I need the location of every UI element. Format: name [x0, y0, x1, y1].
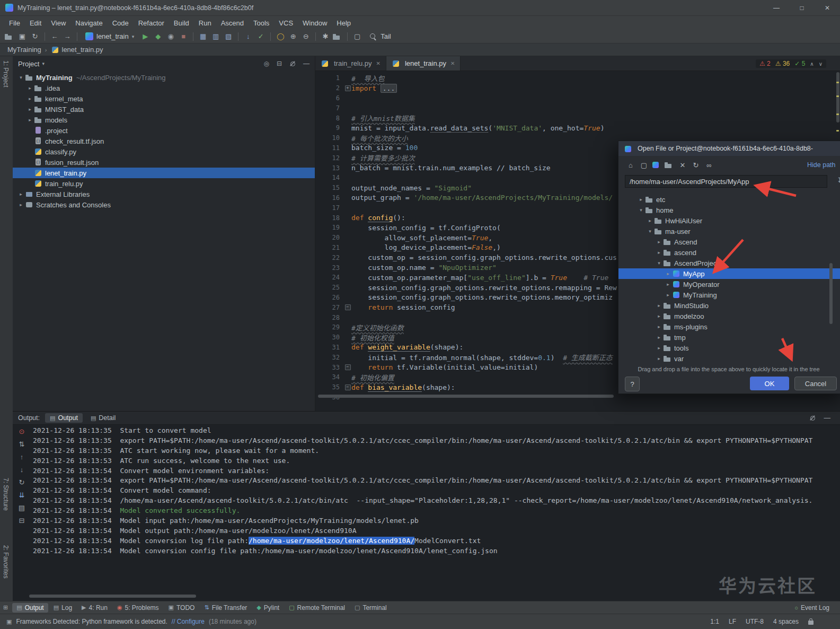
log-line[interactable]: 2021-12-26 18:13:54 Convert model enviro… [33, 466, 840, 476]
zoom-in-icon[interactable]: ⊕ [287, 31, 299, 42]
gear-icon[interactable] [289, 60, 296, 67]
chevron-right-icon[interactable]: ▸ [664, 292, 672, 298]
project-item-train-relu-py[interactable]: train_relu.py [13, 178, 315, 189]
output-horizontal-scrollbar[interactable] [29, 595, 196, 598]
chevron-right-icon[interactable]: ▸ [26, 117, 34, 123]
log-line[interactable]: 2021-12-26 18:13:35 export PATH=$PATH:/h… [33, 435, 840, 445]
code-line[interactable]: 8# 引入mnist数据集 [315, 113, 840, 123]
chevron-right-icon[interactable]: ▸ [17, 191, 25, 197]
monitor-icon[interactable]: ▢ [351, 31, 363, 42]
prev-message-icon[interactable]: ↑ [20, 453, 24, 461]
rerun-icon[interactable]: ↻ [19, 478, 25, 486]
dialog-item-ms-plugins[interactable]: ▸ms-plugins [618, 321, 840, 332]
log-line[interactable]: 2021-12-26 18:13:54 Convert model comman… [33, 485, 840, 495]
minimize-icon[interactable]: — [764, 0, 789, 16]
code-line[interactable]: 7 [315, 103, 840, 113]
chevron-down-icon[interactable]: ▾ [42, 61, 45, 66]
code-line[interactable]: 1# 导入包 [315, 73, 840, 83]
menu-tools[interactable]: Tools [249, 18, 274, 28]
wrench-icon[interactable]: ✱ [320, 31, 331, 42]
breadcrumb-item-lenet-train-py[interactable]: lenet_train.py [51, 46, 103, 54]
code-line[interactable]: 2+import ... [315, 83, 840, 93]
project-item-scratches-and-consoles[interactable]: ▸Scratches and Consoles [13, 199, 315, 210]
indent-setting[interactable]: 4 spaces [773, 618, 799, 625]
dialog-item-myapp[interactable]: ▸MyApp [618, 268, 840, 279]
project-item-external-libraries[interactable]: ▸External Libraries [13, 189, 315, 199]
inspection-widget[interactable]: ⚠ 2 ⚠ 36 ✓ 5 ∧ ∨ [756, 59, 826, 68]
fold-toggle-icon[interactable]: + [345, 85, 351, 91]
clear-output-icon[interactable]: ⊟ [19, 517, 25, 525]
project-item-mytraining[interactable]: ▾MyTraining~/AscendProjects/MyTraining [13, 72, 315, 83]
menu-file[interactable]: File [4, 18, 25, 28]
next-message-icon[interactable]: ↓ [20, 466, 24, 474]
chevron-right-icon[interactable]: ▸ [646, 218, 654, 223]
stop-icon[interactable]: ■ [178, 31, 189, 42]
path-input[interactable]: /home/ma-user/AscendProjects/MyApp [625, 175, 827, 188]
toolwindow-todo-button[interactable]: ▣TODO [164, 603, 199, 613]
prev-issue-icon[interactable]: ∧ [810, 61, 814, 67]
warning-stripe-mark[interactable] [836, 130, 839, 132]
log-line[interactable]: 2021-12-26 18:13:53 ATC run success, wel… [33, 456, 840, 466]
next-issue-icon[interactable]: ∨ [819, 61, 823, 67]
toolwindow-structure-stripe[interactable]: 7: Structure [2, 478, 10, 511]
collapse-all-icon[interactable]: ⊟ [277, 60, 282, 67]
caret-position[interactable]: 1:1 [710, 618, 719, 625]
dialog-item-ascend[interactable]: ▸ascend [618, 247, 840, 258]
help-button[interactable]: ? [625, 377, 640, 391]
line-separator[interactable]: LF [729, 618, 736, 625]
load-path-icon[interactable]: ↧ [837, 176, 840, 184]
project-item-lenet-train-py[interactable]: lenet_train.py [13, 168, 315, 178]
soft-wrap-icon[interactable]: ⇅ [19, 440, 25, 448]
zoom-out-icon[interactable]: ⊖ [300, 31, 312, 42]
dialog-item-ma-user[interactable]: ▾ma-user [618, 226, 840, 237]
log-line[interactable]: 2021-12-26 18:13:54 Model output path:/h… [33, 526, 840, 536]
toolwindow-log-button[interactable]: ▤Log [49, 603, 76, 613]
chevron-down-icon[interactable]: ▾ [17, 75, 25, 80]
chevron-right-icon[interactable]: ▸ [26, 107, 34, 112]
dialog-scrollbar[interactable] [829, 263, 833, 324]
project-item-mnist-data[interactable]: ▸MNIST_data [13, 104, 315, 115]
menu-run[interactable]: Run [194, 18, 216, 28]
chevron-right-icon[interactable]: ▸ [655, 324, 663, 329]
project-item-kernel-meta[interactable]: ▸kernel_meta [13, 93, 315, 104]
log-line[interactable]: 2021-12-26 18:13:54 export PATH=$PATH:/h… [33, 475, 840, 485]
toolwindow-remote-terminal-button[interactable]: ▢Remote Terminal [285, 603, 349, 613]
log-line[interactable]: 2021-12-26 18:13:54 Model conversion con… [33, 546, 840, 556]
tool-window-grid-icon[interactable]: ⊞ [3, 604, 8, 611]
toolwindow-pylint-button[interactable]: ◆Pylint [252, 603, 284, 613]
menu-build[interactable]: Build [169, 18, 194, 28]
debug-icon[interactable]: ◆ [152, 31, 164, 42]
symlink-icon[interactable]: ∞ [703, 160, 715, 170]
file-encoding[interactable]: UTF-8 [746, 618, 764, 625]
mute-breakpoints-icon[interactable]: ◯ [275, 31, 286, 42]
dialog-item-etc[interactable]: ▸etc [618, 194, 840, 205]
log-line[interactable]: 2021-12-26 18:13:35 Start to convert mod… [33, 425, 840, 435]
menu-window[interactable]: Window [298, 18, 332, 28]
dialog-item-modelzoo[interactable]: ▸modelzoo [618, 311, 840, 321]
menu-navigate[interactable]: Navigate [70, 18, 107, 28]
hide-panel-icon[interactable]: — [824, 414, 831, 422]
dialog-item-mytraining[interactable]: ▸MyTraining [618, 290, 840, 300]
back-icon[interactable]: ← [49, 31, 60, 42]
chevron-right-icon[interactable]: ▸ [655, 335, 663, 340]
menu-code[interactable]: Code [108, 18, 134, 28]
toolwindow-project-stripe[interactable]: 1: Project [2, 60, 10, 88]
open-project-icon[interactable] [4, 32, 13, 41]
run-icon[interactable]: ▶ [139, 31, 151, 42]
chevron-right-icon[interactable]: ▸ [637, 197, 645, 202]
build-module-icon[interactable]: ▥ [210, 31, 222, 42]
project-item-fusion-result-json[interactable]: fusion_result.json [13, 157, 315, 168]
search-everywhere[interactable]: Tail [369, 32, 391, 40]
project-item-project[interactable]: .project [13, 125, 315, 136]
menu-help[interactable]: Help [332, 18, 356, 28]
toolwindow-favorites-stripe[interactable]: 2: Favorites [2, 545, 10, 579]
vcs-commit-icon[interactable]: ✓ [255, 31, 267, 42]
chevron-down-icon[interactable]: ▾ [655, 260, 663, 266]
dialog-item-mindstudio[interactable]: ▸MindStudio [618, 300, 840, 311]
pin-icon[interactable]: ⊙ [19, 427, 25, 435]
forward-icon[interactable]: → [61, 31, 73, 42]
console-view-icon[interactable]: ▤ [19, 504, 25, 512]
ok-button[interactable]: OK [750, 377, 789, 390]
output-tab-output[interactable]: ▤Output [45, 413, 83, 423]
menu-ascend[interactable]: Ascend [216, 18, 249, 28]
